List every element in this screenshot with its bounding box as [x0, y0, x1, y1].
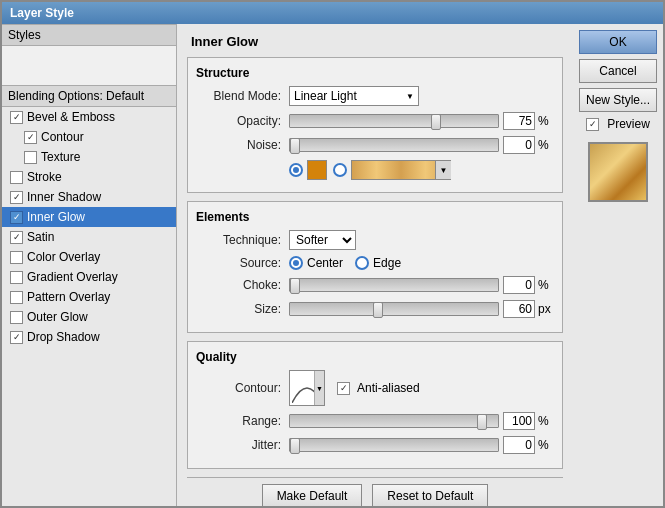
layer-item-inner-glow[interactable]: Inner Glow [2, 207, 176, 227]
source-center-option[interactable]: Center [289, 256, 343, 270]
reset-to-default-button[interactable]: Reset to Default [372, 484, 488, 506]
size-thumb[interactable] [373, 302, 383, 318]
range-unit: % [538, 414, 554, 428]
styles-header: Styles [2, 24, 176, 46]
layer-item-satin[interactable]: Satin [2, 227, 176, 247]
color-row: ▼ [196, 160, 554, 180]
layer-item-gradient-overlay[interactable]: Gradient Overlay [2, 267, 176, 287]
elements-title: Elements [196, 210, 554, 224]
range-label: Range: [196, 414, 281, 428]
blend-mode-label: Blend Mode: [196, 89, 281, 103]
blend-mode-value: Linear Light [294, 89, 357, 103]
cancel-button[interactable]: Cancel [579, 59, 657, 83]
blend-mode-row: Blend Mode: Linear Light ▼ [196, 86, 554, 106]
contour-arrow[interactable]: ▼ [314, 371, 324, 405]
size-input[interactable] [503, 300, 535, 318]
layer-item-outer-glow[interactable]: Outer Glow [2, 307, 176, 327]
noise-slider-container: % [289, 136, 554, 154]
range-slider-container: % [289, 412, 554, 430]
source-center-label: Center [307, 256, 343, 270]
jitter-row: Jitter: % [196, 436, 554, 454]
checkbox-bevel-emboss[interactable] [10, 111, 23, 124]
jitter-slider[interactable] [289, 438, 499, 452]
opacity-slider[interactable] [289, 114, 499, 128]
color-swatch-orange[interactable] [307, 160, 327, 180]
source-center-radio[interactable] [289, 256, 303, 270]
jitter-thumb[interactable] [290, 438, 300, 454]
blend-mode-dropdown[interactable]: Linear Light ▼ [289, 86, 419, 106]
new-style-button[interactable]: New Style... [579, 88, 657, 112]
quality-section: Quality Contour: ▼ Anti-aliased [187, 341, 563, 469]
checkbox-outer-glow[interactable] [10, 311, 23, 324]
choke-unit: % [538, 278, 554, 292]
opacity-unit: % [538, 114, 554, 128]
options-header: Blending Options: Default [2, 86, 176, 107]
layer-item-contour[interactable]: Contour [2, 127, 176, 147]
color-gradient-bar[interactable]: ▼ [351, 160, 451, 180]
choke-slider-container: % [289, 276, 554, 294]
noise-slider[interactable] [289, 138, 499, 152]
checkbox-satin[interactable] [10, 231, 23, 244]
opacity-input[interactable] [503, 112, 535, 130]
choke-slider[interactable] [289, 278, 499, 292]
layer-item-bevel-emboss[interactable]: Bevel & Emboss [2, 107, 176, 127]
size-slider-container: px [289, 300, 554, 318]
color-radio-gradient[interactable] [333, 163, 347, 177]
source-edge-option[interactable]: Edge [355, 256, 401, 270]
inner-glow-title: Inner Glow [187, 34, 563, 49]
range-input[interactable] [503, 412, 535, 430]
preview-label: Preview [607, 117, 650, 131]
jitter-input[interactable] [503, 436, 535, 454]
layer-item-texture[interactable]: Texture [2, 147, 176, 167]
checkbox-gradient-overlay[interactable] [10, 271, 23, 284]
technique-dropdown[interactable]: Softer Precise [289, 230, 356, 250]
color-bar-arrow[interactable]: ▼ [435, 161, 451, 179]
styles-grid[interactable] [2, 46, 176, 86]
source-edge-radio[interactable] [355, 256, 369, 270]
layer-item-pattern-overlay[interactable]: Pattern Overlay [2, 287, 176, 307]
layer-item-color-overlay[interactable]: Color Overlay [2, 247, 176, 267]
range-slider[interactable] [289, 414, 499, 428]
size-row: Size: px [196, 300, 554, 318]
contour-preview[interactable]: ▼ [289, 370, 325, 406]
checkbox-inner-shadow[interactable] [10, 191, 23, 204]
checkbox-texture[interactable] [24, 151, 37, 164]
checkbox-color-overlay[interactable] [10, 251, 23, 264]
checkbox-contour[interactable] [24, 131, 37, 144]
checkbox-inner-glow[interactable] [10, 211, 23, 224]
size-slider[interactable] [289, 302, 499, 316]
anti-aliased-row: Anti-aliased [337, 381, 420, 395]
choke-input[interactable] [503, 276, 535, 294]
technique-label: Technique: [196, 233, 281, 247]
layer-item-stroke[interactable]: Stroke [2, 167, 176, 187]
jitter-slider-container: % [289, 436, 554, 454]
layer-item-inner-shadow[interactable]: Inner Shadow [2, 187, 176, 207]
checkbox-pattern-overlay[interactable] [10, 291, 23, 304]
anti-aliased-checkbox[interactable] [337, 382, 350, 395]
choke-thumb[interactable] [290, 278, 300, 294]
elements-content: Elements Technique: Softer Precise Sourc… [188, 202, 562, 332]
structure-content: Structure Blend Mode: Linear Light ▼ Opa… [188, 58, 562, 192]
choke-label: Choke: [196, 278, 281, 292]
technique-row: Technique: Softer Precise [196, 230, 554, 250]
size-unit: px [538, 302, 554, 316]
quality-content: Quality Contour: ▼ Anti-aliased [188, 342, 562, 468]
checkbox-drop-shadow[interactable] [10, 331, 23, 344]
structure-title: Structure [196, 66, 554, 80]
checkbox-stroke[interactable] [10, 171, 23, 184]
source-edge-label: Edge [373, 256, 401, 270]
preview-checkbox[interactable] [586, 118, 599, 131]
opacity-thumb[interactable] [431, 114, 441, 130]
layer-style-dialog: Layer Style Styles Blending Options: Def… [0, 0, 665, 508]
title-bar: Layer Style [2, 2, 663, 24]
ok-button[interactable]: OK [579, 30, 657, 54]
noise-row: Noise: % [196, 136, 554, 154]
noise-thumb[interactable] [290, 138, 300, 154]
preview-thumbnail [588, 142, 648, 202]
layer-item-drop-shadow[interactable]: Drop Shadow [2, 327, 176, 347]
color-radio-solid[interactable] [289, 163, 303, 177]
make-default-button[interactable]: Make Default [262, 484, 363, 506]
range-thumb[interactable] [477, 414, 487, 430]
noise-input[interactable] [503, 136, 535, 154]
structure-section: Structure Blend Mode: Linear Light ▼ Opa… [187, 57, 563, 193]
